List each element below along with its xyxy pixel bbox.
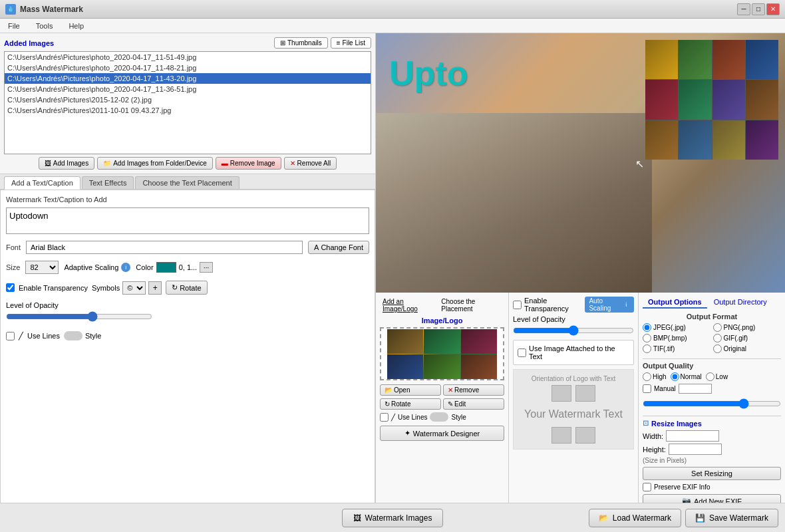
width-input[interactable] <box>666 430 719 442</box>
remove-image-button[interactable]: ▬ Remove Image <box>216 157 281 170</box>
watermark-preview-section: Enable Transparency Auto Scaling i Level… <box>509 293 639 532</box>
file-item[interactable]: C:\Users\Andrés\Pictures\2015-12-02 (2).… <box>5 94 371 105</box>
preview-section: Upto ↖ <box>376 33 785 293</box>
width-label: Width: <box>643 432 663 440</box>
symbol-select[interactable]: © ® ™ <box>122 281 146 295</box>
image-logo-header: Image/Logo <box>380 317 504 325</box>
enable-transparency-checkbox[interactable] <box>6 283 15 292</box>
edit-logo-button[interactable]: ✎ Edit <box>443 398 504 410</box>
rotate-button[interactable]: ↻ Rotate <box>166 281 207 295</box>
file-item-selected[interactable]: C:\Users\Andrés\Pictures\photo_2020-04-1… <box>5 73 371 84</box>
format-original-radio[interactable] <box>713 344 722 353</box>
output-quality-section: Output Quality High Normal Low <box>643 362 781 410</box>
tab-output-directory[interactable]: Output Directory <box>708 297 772 309</box>
quality-high: High <box>643 372 667 381</box>
watermark-designer-button[interactable]: ✦ Watermark Designer <box>380 426 504 441</box>
manual-row: Manual <box>643 384 781 394</box>
tab-text-effects[interactable]: Text Effects <box>82 176 134 189</box>
tab-placement[interactable]: Choose the Text Placement <box>135 176 239 189</box>
quality-high-radio[interactable] <box>643 372 651 381</box>
style-toggle[interactable] <box>64 331 82 340</box>
menu-file[interactable]: File <box>5 21 23 31</box>
file-item[interactable]: C:\Users\Andrés\Pictures\2011-10-01 09.4… <box>5 105 371 116</box>
set-resizing-button[interactable]: Set Resizing <box>643 467 781 480</box>
logo-style-label: Style <box>451 414 466 421</box>
preserve-exif-row: Preserve EXIF Info <box>643 483 781 491</box>
manual-quality-checkbox[interactable] <box>643 384 651 393</box>
watermark-text-input[interactable]: Uptodown <box>6 207 369 234</box>
file-item[interactable]: C:\Users\Andrés\Pictures\photo_2020-04-1… <box>5 52 371 63</box>
add-from-folder-button[interactable]: 📁 Add Images from Folder/Device <box>97 157 213 170</box>
tab-output-options[interactable]: Output Options <box>643 297 707 309</box>
logo-style-toggle[interactable] <box>430 412 448 422</box>
output-section: Output Options Output Directory Output F… <box>639 293 785 532</box>
tab-choose-placement[interactable]: Choose the Placement <box>438 297 504 314</box>
add-symbol-button[interactable]: + <box>148 281 162 295</box>
wm-preview-text: Your Watermark Text <box>519 406 628 423</box>
text-tabs-row: Add a Text/Caption Text Effects Choose t… <box>0 174 375 190</box>
menu-tools[interactable]: Tools <box>33 21 56 31</box>
change-font-button[interactable]: A Change Font <box>308 241 369 254</box>
quality-low-radio[interactable] <box>706 372 714 381</box>
quality-low: Low <box>706 372 728 381</box>
quality-slider[interactable] <box>643 398 781 409</box>
font-name-input[interactable] <box>26 241 303 254</box>
open-image-button[interactable]: 📂 Open <box>380 384 441 396</box>
logo-use-lines-checkbox[interactable] <box>380 413 389 422</box>
auto-scaling-info-icon[interactable]: i <box>622 300 630 309</box>
wm-enable-transparency-checkbox[interactable] <box>513 301 522 309</box>
wm-dots-top <box>519 385 628 402</box>
tab-add-image-logo[interactable]: Add an Image/Logo <box>380 297 437 314</box>
rotate-logo-label: Rotate <box>391 400 410 408</box>
bottom-panel: Add a Text/Caption Text Effects Choose t… <box>0 174 375 532</box>
preview-background: Upto ↖ <box>376 33 785 293</box>
edit-logo-icon: ✎ <box>448 400 453 408</box>
filelist-label: File List <box>343 39 365 47</box>
format-png-radio[interactable] <box>713 323 722 332</box>
format-jpeg-radio[interactable] <box>643 323 651 332</box>
format-original: Original <box>713 344 782 353</box>
preserve-exif-checkbox[interactable] <box>643 483 651 491</box>
opacity-slider[interactable] <box>6 311 152 322</box>
preserve-exif-label: Preserve EXIF Info <box>654 483 710 491</box>
format-tif-radio[interactable] <box>643 344 651 353</box>
file-item[interactable]: C:\Users\Andrés\Pictures\photo_2020-04-1… <box>5 84 371 94</box>
font-icon: A <box>314 243 319 251</box>
tab-add-text[interactable]: Add a Text/Caption <box>4 176 80 190</box>
format-gif-radio[interactable] <box>713 334 722 342</box>
quality-normal-label: Normal <box>681 373 702 380</box>
adaptive-info-icon[interactable]: i <box>121 263 130 272</box>
file-list-box[interactable]: C:\Users\Andrés\Pictures\photo_2020-04-1… <box>4 51 371 154</box>
remove-all-button[interactable]: ✕ Remove All <box>284 157 337 170</box>
logo-cell <box>387 354 423 379</box>
color-picker[interactable] <box>156 262 176 273</box>
height-input[interactable] <box>669 444 722 455</box>
watermark-images-button[interactable]: 🖼 Watermark Images <box>342 509 444 527</box>
load-watermark-button[interactable]: 📂 Load Watermark <box>589 509 681 527</box>
color-more-button[interactable]: ··· <box>200 262 213 273</box>
minimize-button[interactable]: ─ <box>737 3 750 15</box>
remove-logo-button[interactable]: ✕ Remove <box>443 384 504 396</box>
format-tif: TIF(.tif) <box>643 344 711 353</box>
remove-all-label: Remove All <box>297 160 331 167</box>
wm-opacity-slider[interactable] <box>513 325 634 336</box>
filelist-view-button[interactable]: ≡ File List <box>331 37 371 49</box>
save-watermark-button[interactable]: 💾 Save Watermark <box>685 509 778 527</box>
close-button[interactable]: ✕ <box>766 3 780 15</box>
watermark-images-label: Watermark Images <box>365 513 432 523</box>
maximize-button[interactable]: □ <box>752 3 765 15</box>
logo-preview-box <box>380 327 504 380</box>
manual-quality-input[interactable] <box>679 384 712 394</box>
menu-help[interactable]: Help <box>66 21 86 31</box>
thumbnails-view-button[interactable]: ⊞ Thumbnails <box>274 37 328 49</box>
quality-normal-radio[interactable] <box>671 372 679 381</box>
logo-cell <box>461 354 497 379</box>
format-bmp-radio[interactable] <box>643 334 651 342</box>
use-lines-checkbox[interactable] <box>6 332 15 340</box>
use-image-text-checkbox[interactable] <box>518 348 526 357</box>
size-select[interactable]: 82 24 36 48 72 <box>25 261 59 274</box>
rotate-logo-button[interactable]: ↻ Rotate <box>380 398 441 410</box>
wm-dot <box>551 427 571 444</box>
add-images-button[interactable]: 🖼 Add Images <box>39 157 94 170</box>
file-item[interactable]: C:\Users\Andrés\Pictures\photo_2020-04-1… <box>5 63 371 73</box>
